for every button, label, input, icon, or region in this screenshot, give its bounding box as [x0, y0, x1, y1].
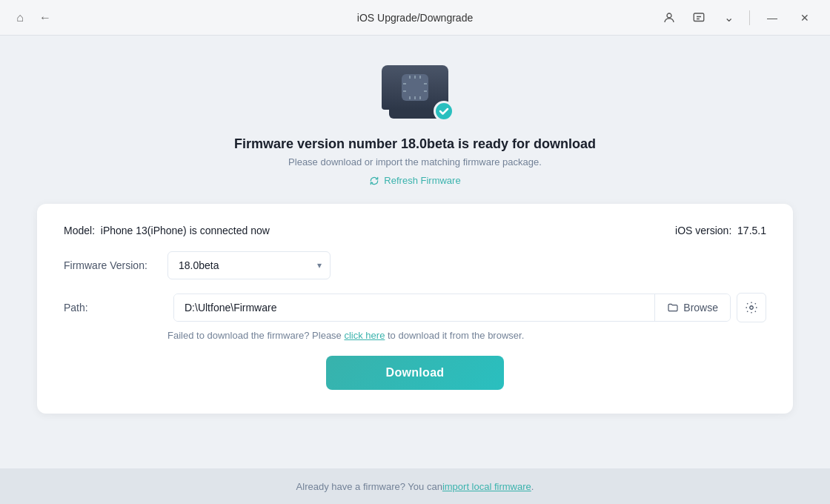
footer: Already have a firmware? You can import …	[0, 468, 830, 504]
minimize-button[interactable]: —	[759, 4, 786, 31]
path-row: Path: Browse	[64, 293, 766, 322]
ios-label-text: iOS version:	[675, 225, 731, 236]
click-here-link[interactable]: click here	[344, 330, 385, 341]
firmware-version-row: Firmware Version: 18.0beta ▾	[64, 251, 766, 279]
ios-label: iOS version: 17.5.1	[675, 225, 766, 236]
refresh-firmware-link[interactable]: Refresh Firmware	[369, 175, 460, 186]
model-value: iPhone 13(iPhone) is connected now	[101, 225, 270, 236]
svg-rect-1	[694, 13, 704, 21]
ios-version-value: 17.5.1	[737, 225, 766, 236]
home-icon[interactable]: ⌂	[12, 10, 28, 26]
footer-prefix: Already have a firmware? You can	[296, 481, 442, 492]
fail-suffix: to download it from the browser.	[385, 330, 524, 341]
browse-button[interactable]: Browse	[654, 294, 730, 321]
firmware-version-label: Firmware Version:	[64, 259, 167, 271]
model-ios-row: Model: iPhone 13(iPhone) is connected no…	[64, 225, 766, 236]
check-badge	[434, 101, 454, 122]
titlebar-right: ⌄ — ✕	[657, 4, 818, 31]
import-local-firmware-link[interactable]: import local firmware	[442, 481, 531, 492]
hero-subtitle: Please download or import the matching f…	[288, 156, 542, 168]
titlebar-left: ⌂ ←	[12, 10, 53, 26]
browse-label: Browse	[683, 302, 718, 314]
close-button[interactable]: ✕	[791, 4, 818, 31]
chip-icon	[402, 74, 428, 101]
settings-button[interactable]	[737, 293, 766, 322]
hero-section: Firmware version number 18.0beta is read…	[234, 58, 596, 186]
footer-suffix: .	[531, 481, 534, 492]
user-icon[interactable]	[657, 6, 681, 30]
hero-title: Firmware version number 18.0beta is read…	[234, 136, 596, 152]
path-label: Path:	[64, 302, 167, 314]
path-input[interactable]	[174, 294, 654, 321]
model-label-text: Model:	[64, 225, 95, 236]
firmware-version-select[interactable]: 18.0beta	[167, 251, 331, 279]
firmware-select-wrapper: 18.0beta ▾	[167, 251, 331, 279]
chat-icon[interactable]	[687, 6, 711, 30]
download-button[interactable]: Download	[326, 356, 504, 390]
main-content: Firmware version number 18.0beta is read…	[0, 36, 830, 468]
fail-message: Failed to download the firmware? Please …	[167, 330, 766, 341]
titlebar: ⌂ ← iOS Upgrade/Downgrade ⌄ — ✕	[0, 0, 830, 36]
path-input-wrapper: Browse	[173, 294, 731, 322]
fail-prefix: Failed to download the firmware? Please	[167, 330, 344, 341]
svg-point-0	[667, 13, 671, 18]
back-icon[interactable]: ←	[37, 10, 53, 26]
device-icon	[374, 58, 456, 125]
svg-rect-2	[406, 79, 424, 96]
chevron-down-icon[interactable]: ⌄	[717, 6, 740, 30]
model-label: Model: iPhone 13(iPhone) is connected no…	[64, 225, 270, 236]
svg-point-13	[750, 306, 754, 310]
refresh-label: Refresh Firmware	[384, 175, 460, 186]
titlebar-separator	[749, 10, 750, 25]
titlebar-title: iOS Upgrade/Downgrade	[357, 12, 473, 24]
info-card: Model: iPhone 13(iPhone) is connected no…	[37, 204, 793, 414]
